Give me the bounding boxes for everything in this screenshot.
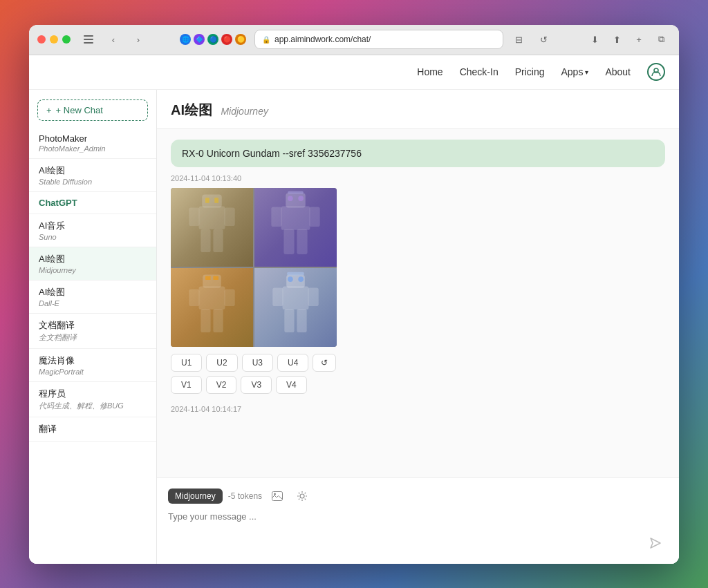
sidebar-item-title: 魔法肖像 <box>39 354 147 367</box>
address-bar[interactable]: 🔒 app.aimindwork.com/chat/ <box>254 30 503 49</box>
svg-rect-26 <box>213 308 223 332</box>
image-upload-button[interactable] <box>268 486 287 506</box>
nav-apps[interactable]: Apps ▾ <box>561 66 588 77</box>
close-button[interactable] <box>37 35 46 44</box>
settings-button[interactable] <box>292 486 312 506</box>
svg-rect-24 <box>225 289 235 306</box>
sidebar-item-suno[interactable]: AI音乐 Suno <box>29 214 156 247</box>
svg-point-19 <box>298 196 304 201</box>
download-button[interactable]: ⬇ <box>585 30 604 49</box>
browser-favicons: 🌐 🔷 🔵 🔴 🟡 <box>180 34 246 45</box>
send-button[interactable] <box>646 533 665 553</box>
sidebar: + + New Chat PhotoMaker PhotoMaker_Admin… <box>29 90 157 564</box>
svg-rect-13 <box>281 206 310 229</box>
svg-rect-34 <box>297 308 306 332</box>
generated-image-1[interactable] <box>171 188 253 267</box>
upscale-4-button[interactable]: U4 <box>277 354 308 372</box>
svg-rect-5 <box>199 206 225 229</box>
svg-point-40 <box>300 494 304 498</box>
sidebar-item-translate[interactable]: 翻译 <box>29 417 156 442</box>
sidebar-item-title: AI绘图 <box>39 286 147 298</box>
sidebar-item-doc-translate[interactable]: 文档翻译 全文档翻译 <box>29 314 156 349</box>
generated-image-3[interactable] <box>171 268 253 347</box>
token-info: -5 tokens <box>228 491 262 501</box>
nav-checkin[interactable]: Check-In <box>460 66 499 77</box>
sidebar-item-chatgpt[interactable]: ChatGPT <box>29 192 156 214</box>
sidebar-item-title: AI绘图 <box>39 164 147 177</box>
sidebar-item-sub: Midjourney <box>39 266 147 274</box>
chevron-down-icon: ▾ <box>585 68 588 76</box>
reload-button[interactable]: ↺ <box>534 30 553 49</box>
svg-point-39 <box>274 493 276 495</box>
svg-rect-32 <box>308 287 319 306</box>
user-message: RX-0 Unicorn Gundam --sref 3356237756 <box>171 140 665 167</box>
svg-rect-25 <box>201 308 210 332</box>
new-tab-button[interactable]: + <box>629 30 649 49</box>
new-chat-button[interactable]: + + New Chat <box>37 99 148 121</box>
variation-4-button[interactable]: V4 <box>276 376 307 394</box>
url-text: app.aimindwork.com/chat/ <box>274 35 371 44</box>
user-icon[interactable] <box>647 63 665 81</box>
svg-point-35 <box>288 276 293 282</box>
upscale-1-button[interactable]: U1 <box>171 354 202 372</box>
upscale-3-button[interactable]: U3 <box>242 354 273 372</box>
tabs-button[interactable]: ⧉ <box>651 30 671 49</box>
svg-rect-33 <box>284 308 294 332</box>
sidebar-item-sub: 全文档翻译 <box>39 332 147 343</box>
variation-2-button[interactable]: V2 <box>206 376 237 394</box>
app-body: + + New Chat PhotoMaker PhotoMaker_Admin… <box>29 90 679 564</box>
nav-apps-label: Apps <box>561 66 583 77</box>
svg-rect-31 <box>272 287 283 306</box>
sidebar-item-title: AI音乐 <box>39 220 147 232</box>
nav-about[interactable]: About <box>605 66 631 77</box>
svg-rect-11 <box>214 198 218 203</box>
generated-image-2[interactable] <box>254 188 337 267</box>
refresh-icon: ↺ <box>321 358 328 368</box>
chat-messages: RX-0 Unicorn Gundam --sref 3356237756 20… <box>157 129 679 477</box>
variation-3-button[interactable]: V3 <box>241 376 272 394</box>
refresh-button[interactable]: ↺ <box>313 354 336 372</box>
svg-rect-17 <box>297 229 307 254</box>
nav-home[interactable]: Home <box>417 66 442 77</box>
browser-content: Home Check-In Pricing Apps ▾ About + <box>29 55 679 564</box>
svg-point-18 <box>288 196 293 201</box>
sidebar-item-midjourney[interactable]: AI绘图 Midjourney <box>29 247 156 281</box>
message-input-wrapper <box>168 511 668 556</box>
favicon-ext1: 🔷 <box>194 34 205 45</box>
sidebar-item-title: 文档翻译 <box>39 319 147 332</box>
chat-header: AI绘图 Midjourney <box>157 90 679 129</box>
back-button[interactable]: ‹ <box>104 30 123 49</box>
model-badge[interactable]: Midjourney <box>168 489 223 504</box>
share-button[interactable]: ⬆ <box>607 30 626 49</box>
sidebar-item-photomaker[interactable]: PhotoMaker PhotoMaker_Admin <box>29 128 156 159</box>
sidebar-item-programmer[interactable]: 程序员 代码生成、解程、修BUG <box>29 382 156 417</box>
upscale-2-button[interactable]: U2 <box>206 354 237 372</box>
input-toolbar: Midjourney -5 tokens <box>168 486 668 506</box>
variation-buttons: V1 V2 V3 V4 <box>171 376 665 394</box>
sidebar-item-title: ChatGPT <box>39 198 147 208</box>
sidebar-item-sub: PhotoMaker_Admin <box>39 144 147 153</box>
ai-response: U1 U2 U3 U4 ↺ V1 V2 V3 <box>171 188 665 394</box>
reader-mode-button[interactable]: ⊟ <box>509 30 528 49</box>
sidebar-item-magic-portrait[interactable]: 魔法肖像 MagicPortrait <box>29 349 156 382</box>
forward-button[interactable]: › <box>129 30 148 49</box>
maximize-button[interactable] <box>62 35 71 44</box>
new-chat-label: + New Chat <box>56 105 103 115</box>
svg-rect-4 <box>202 194 222 207</box>
svg-rect-2 <box>84 42 93 44</box>
svg-rect-6 <box>189 207 199 226</box>
generated-image-4[interactable] <box>254 268 337 347</box>
sidebar-item-dalle[interactable]: AI绘图 Dall-E <box>29 281 156 314</box>
site-nav: Home Check-In Pricing Apps ▾ About <box>29 55 679 90</box>
sidebar-item-sub: Stable Diffusion <box>39 178 147 186</box>
sidebar-toggle-button[interactable] <box>79 30 98 49</box>
svg-rect-28 <box>213 276 218 280</box>
chat-input-area: Midjourney -5 tokens <box>157 477 679 564</box>
chat-subtitle: Midjourney <box>221 106 268 117</box>
sidebar-item-stable-diffusion[interactable]: AI绘图 Stable Diffusion <box>29 159 156 192</box>
nav-pricing[interactable]: Pricing <box>515 66 545 77</box>
message-input[interactable] <box>168 511 668 553</box>
chat-title: AI绘图 <box>171 102 212 117</box>
minimize-button[interactable] <box>50 35 58 44</box>
variation-1-button[interactable]: V1 <box>171 376 202 394</box>
